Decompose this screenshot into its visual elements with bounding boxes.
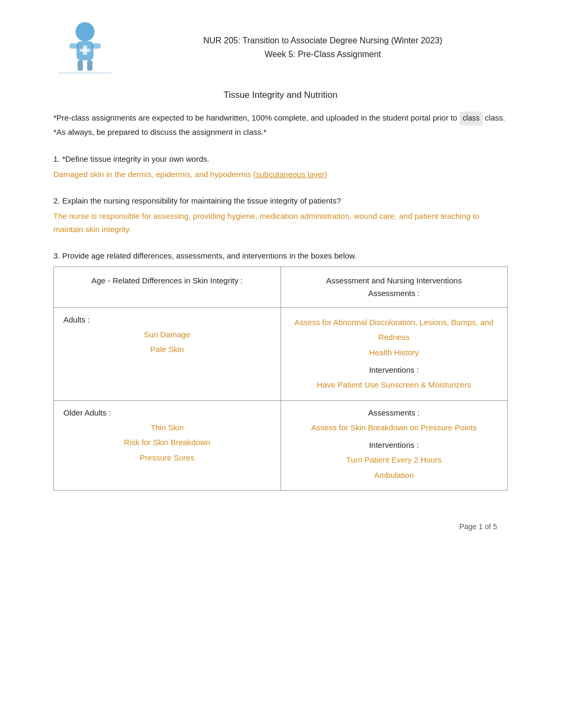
svg-rect-8: [59, 72, 111, 74]
page-footer: Page 1 of 5: [53, 522, 508, 531]
older-adults-left-cell: Older Adults : Thin Skin Risk for Skin B…: [54, 400, 281, 491]
older-adults-right-content: Assessments : Assess for Skin Breakdown …: [291, 408, 498, 483]
q2-text: 2. Explain the nursing responsibility fo…: [53, 196, 508, 205]
adults-items: Sun Damage Pale Skin: [63, 327, 271, 357]
adults-interventions-label: Interventions :: [291, 365, 498, 374]
table-row-older-adults: Older Adults : Thin Skin Risk for Skin B…: [54, 400, 508, 491]
course-line2: Week 5: Pre-Class Assignment: [138, 48, 508, 61]
adults-assessments: Assess for Abnormal Discoloration, Lesio…: [291, 315, 498, 361]
adults-interventions: Have Patient Use Sunscreen & Moisturizer…: [291, 377, 498, 393]
q2-question: Explain the nursing responsibility for m…: [62, 196, 341, 205]
adults-right-content: Assess for Abnormal Discoloration, Lesio…: [291, 315, 498, 393]
page-title: Tissue Integrity and Nutrition: [53, 90, 508, 100]
question-3-section: 3. Provide age related differences, asse…: [53, 251, 508, 491]
class-highlight: class: [460, 112, 483, 125]
table-row-adults: Adults : Sun Damage Pale Skin Assess for…: [54, 307, 508, 400]
assessments-col-sub: Assessments :: [368, 289, 420, 298]
svg-rect-3: [91, 43, 101, 49]
header: NUR 205: Transition to Associate Degree …: [53, 21, 508, 74]
q1-question: *Define tissue integrity in your own wor…: [62, 154, 209, 163]
question-2: 2. Explain the nursing responsibility fo…: [53, 196, 508, 236]
older-adults-items: Thin Skin Risk for Skin Breakdown Pressu…: [63, 420, 271, 466]
older-adults-interventions: Turn Patient Every 2 Hours Ambulation: [291, 453, 498, 483]
course-line1: NUR 205: Transition to Associate Degree …: [138, 34, 508, 48]
intro-paragraph: *Pre-class assignments are expected to b…: [53, 111, 508, 139]
q1-answer-prefix: Damaged skin in the dermis, epidermis, a…: [53, 170, 256, 179]
table-header-col2: Assessment and Nursing Interventions Ass…: [280, 266, 508, 307]
table-header-col1: Age - Related Differences in Skin Integr…: [54, 266, 281, 307]
q2-number: 2.: [53, 196, 62, 205]
page-container: NUR 205: Transition to Associate Degree …: [43, 0, 518, 563]
older-adults-label: Older Adults :: [63, 408, 271, 417]
adults-assessment-1: Assess for Abnormal Discoloration, Lesio…: [291, 315, 498, 345]
svg-rect-5: [87, 60, 92, 71]
adults-item-1: Sun Damage: [63, 327, 271, 343]
logo: [53, 21, 117, 74]
svg-rect-2: [69, 43, 79, 49]
q1-text: 1. *Define tissue integrity in your own …: [53, 154, 508, 163]
older-adults-intervention-2: Ambulation: [291, 468, 498, 483]
q3-text: 3. Provide age related differences, asse…: [53, 251, 508, 260]
adults-right-cell: Assess for Abnormal Discoloration, Lesio…: [280, 307, 508, 400]
adults-assessment-2: Health History: [291, 345, 498, 361]
age-differences-table: Age - Related Differences in Skin Integr…: [53, 266, 508, 491]
older-adults-intervention-1: Turn Patient Every 2 Hours: [291, 453, 498, 468]
adults-label: Adults :: [63, 315, 271, 324]
svg-rect-7: [80, 49, 90, 52]
svg-rect-4: [78, 60, 83, 71]
older-adults-item-2: Risk for Skin Breakdown: [63, 435, 271, 450]
adults-intervention-1: Have Patient Use Sunscreen & Moisturizer…: [291, 377, 498, 393]
q1-number: 1.: [53, 154, 62, 163]
older-assessments-label: Assessments :: [291, 408, 498, 417]
page-number: Page 1 of 5: [459, 522, 497, 531]
logo-icon: [53, 21, 117, 74]
header-text: NUR 205: Transition to Associate Degree …: [138, 34, 508, 61]
older-adults-item-1: Thin Skin: [63, 420, 271, 436]
q2-answer: The nurse is responsible for assessing, …: [53, 209, 508, 236]
intro-text-before: *Pre-class assignments are expected to b…: [53, 113, 460, 122]
older-adults-item-3: Pressure Sores: [63, 450, 271, 466]
table-header-row: Age - Related Differences in Skin Integr…: [54, 266, 508, 307]
older-adults-assessment-1: Assess for Skin Breakdown on Pressure Po…: [291, 420, 498, 436]
question-1: 1. *Define tissue integrity in your own …: [53, 154, 508, 181]
q1-answer: Damaged skin in the dermis, epidermis, a…: [53, 168, 508, 181]
adults-left-cell: Adults : Sun Damage Pale Skin: [54, 307, 281, 400]
older-interventions-label: Interventions :: [291, 440, 498, 449]
adults-item-2: Pale Skin: [63, 342, 271, 357]
subcutaneous-text: subcutaneous layer: [256, 170, 325, 179]
svg-point-0: [76, 22, 95, 41]
q1-answer-suffix: ): [325, 170, 328, 179]
older-adults-right-cell: Assessments : Assess for Skin Breakdown …: [280, 400, 508, 491]
older-adults-assessments: Assess for Skin Breakdown on Pressure Po…: [291, 420, 498, 436]
